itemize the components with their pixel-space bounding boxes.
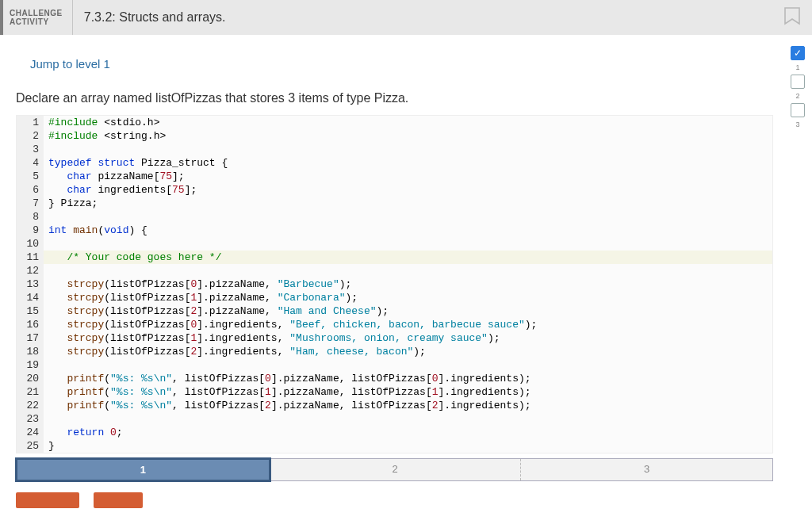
code-line[interactable]: 17 strcpy(listOfPizzas[1].ingredients, "… [17,331,772,345]
challenge-label-line1: CHALLENGE [10,9,63,17]
code-line[interactable]: 25} [17,439,772,453]
progress-box-3[interactable] [791,103,805,117]
progress-column: ✓123 [788,46,807,128]
code-text[interactable]: strcpy(listOfPizzas[2].pizzaName, "Ham a… [44,304,772,318]
progress-num: 1 [795,63,799,71]
code-editor[interactable]: 1#include <stdio.h>2#include <string.h>3… [16,115,773,453]
line-number: 23 [17,412,44,426]
line-number: 7 [17,197,44,210]
code-line[interactable]: 10 [17,237,772,251]
line-number: 18 [17,345,44,358]
code-text[interactable] [44,210,772,224]
line-number: 17 [17,331,44,345]
code-text[interactable]: return 0; [44,426,772,439]
check-button[interactable] [16,492,79,508]
line-number: 3 [17,143,44,156]
code-text[interactable]: char ingredients[75]; [44,183,772,197]
challenge-activity-label: CHALLENGE ACTIVITY [3,0,73,35]
code-line[interactable]: 16 strcpy(listOfPizzas[0].ingredients, "… [17,318,772,331]
line-number: 11 [17,251,44,264]
code-text[interactable]: strcpy(listOfPizzas[0].pizzaName, "Barbe… [44,277,772,291]
line-number: 22 [17,399,44,412]
code-line[interactable]: 7} Pizza; [17,197,772,210]
code-line[interactable]: 9int main(void) { [17,224,772,237]
code-line[interactable]: 24 return 0; [17,426,772,439]
next-button[interactable] [94,492,143,508]
line-number: 19 [17,358,44,372]
code-text[interactable] [44,358,772,372]
progress-box-1[interactable]: ✓ [791,46,805,60]
code-line[interactable]: 5 char pizzaName[75]; [17,170,772,183]
line-number: 13 [17,277,44,291]
code-line[interactable]: 23 [17,412,772,426]
line-number: 5 [17,170,44,183]
bookmark-shield-icon[interactable] [782,6,802,29]
code-line[interactable]: 8 [17,210,772,224]
code-text[interactable]: strcpy(listOfPizzas[0].ingredients, "Bee… [44,318,772,331]
line-number: 24 [17,426,44,439]
code-line[interactable]: 14 strcpy(listOfPizzas[1].pizzaName, "Ca… [17,291,772,304]
line-number: 4 [17,156,44,170]
code-line[interactable]: 18 strcpy(listOfPizzas[2].ingredients, "… [17,345,772,358]
level-tab-3[interactable]: 3 [521,459,772,480]
line-number: 1 [17,116,44,129]
code-line[interactable]: 1#include <stdio.h> [17,116,772,129]
code-text[interactable] [44,237,772,251]
code-text[interactable]: char pizzaName[75]; [44,170,772,183]
line-number: 9 [17,224,44,237]
line-number: 6 [17,183,44,197]
code-line[interactable]: 21 printf("%s: %s\n", listOfPizzas[1].pi… [17,385,772,399]
line-number: 21 [17,385,44,399]
code-line[interactable]: 4typedef struct Pizza_struct { [17,156,772,170]
code-text[interactable]: } Pizza; [44,197,772,210]
line-number: 12 [17,264,44,277]
code-text[interactable]: strcpy(listOfPizzas[2].ingredients, "Ham… [44,345,772,358]
action-bar [16,492,796,508]
code-line[interactable]: 19 [17,358,772,372]
code-line[interactable]: 2#include <string.h> [17,129,772,143]
code-line[interactable]: 3 [17,143,772,156]
level-tab-1[interactable]: 1 [15,457,271,482]
code-text[interactable]: typedef struct Pizza_struct { [44,156,772,170]
code-line[interactable]: 22 printf("%s: %s\n", listOfPizzas[2].pi… [17,399,772,412]
line-number: 16 [17,318,44,331]
code-text[interactable]: strcpy(listOfPizzas[1].pizzaName, "Carbo… [44,291,772,304]
code-line[interactable]: 13 strcpy(listOfPizzas[0].pizzaName, "Ba… [17,277,772,291]
code-text[interactable]: printf("%s: %s\n", listOfPizzas[0].pizza… [44,372,772,385]
line-number: 14 [17,291,44,304]
code-line[interactable]: 6 char ingredients[75]; [17,183,772,197]
code-text[interactable]: strcpy(listOfPizzas[1].ingredients, "Mus… [44,331,772,345]
line-number: 15 [17,304,44,318]
code-text[interactable]: int main(void) { [44,224,772,237]
progress-num: 2 [795,92,799,100]
code-line[interactable]: 11 /* Your code goes here */ [17,251,772,264]
code-text[interactable]: } [44,439,772,453]
code-text[interactable] [44,412,772,426]
level-tab-2[interactable]: 2 [270,459,522,480]
code-text[interactable] [44,264,772,277]
main-content: Jump to level 1 Declare an array named l… [0,35,812,508]
code-text[interactable]: /* Your code goes here */ [44,251,772,264]
jump-to-level-link[interactable]: Jump to level 1 [30,57,110,71]
line-number: 20 [17,372,44,385]
activity-title: 7.3.2: Structs and arrays. [73,10,226,25]
line-number: 2 [17,129,44,143]
challenge-header: CHALLENGE ACTIVITY 7.3.2: Structs and ar… [0,0,812,35]
line-number: 10 [17,237,44,251]
line-number: 8 [17,210,44,224]
code-line[interactable]: 20 printf("%s: %s\n", listOfPizzas[0].pi… [17,372,772,385]
code-text[interactable]: #include <stdio.h> [44,116,772,129]
code-text[interactable]: #include <string.h> [44,129,772,143]
progress-box-2[interactable] [791,75,805,89]
code-line[interactable]: 12 [17,264,772,277]
challenge-label-line2: ACTIVITY [10,17,63,26]
problem-prompt: Declare an array named listOfPizzas that… [16,91,796,105]
level-tabs: 123 [16,458,773,481]
code-text[interactable]: printf("%s: %s\n", listOfPizzas[2].pizza… [44,399,772,412]
code-text[interactable] [44,143,772,156]
progress-num: 3 [795,121,799,128]
line-number: 25 [17,439,44,453]
code-text[interactable]: printf("%s: %s\n", listOfPizzas[1].pizza… [44,385,772,399]
code-line[interactable]: 15 strcpy(listOfPizzas[2].pizzaName, "Ha… [17,304,772,318]
